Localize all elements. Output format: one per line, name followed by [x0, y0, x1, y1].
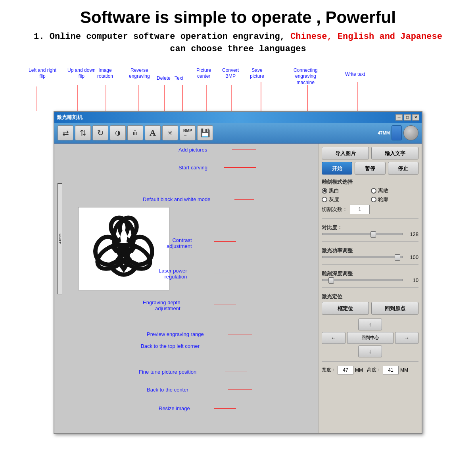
subtitle-line2: can choose three languages	[170, 44, 306, 54]
cut-times-label: 切割次数：	[322, 206, 347, 213]
laser-power-slider-row: 100	[322, 254, 418, 260]
canvas-area: 41mm	[54, 144, 319, 433]
delete-button[interactable]: 🗑	[127, 125, 143, 140]
sep2	[322, 241, 418, 242]
maximize-button[interactable]: □	[404, 114, 411, 121]
ann-delete: Delete	[157, 75, 171, 82]
contrast-label: 对比度：	[322, 224, 418, 231]
canvas-image-box	[78, 207, 169, 290]
nav-middle-row: ← 回到中心 →	[322, 332, 418, 344]
mm2-label: MM	[400, 367, 408, 373]
circle-button[interactable]	[403, 125, 418, 140]
image-rotation-button[interactable]: ↻	[92, 125, 108, 140]
nav-section: ↑ ← 回到中心 → ↓	[322, 319, 418, 357]
convert-bmp-button[interactable]: BMP→	[180, 125, 196, 140]
laser-pos-row: 框定位 回到原点	[322, 302, 418, 315]
ann-save-picture: Save picture	[250, 67, 264, 80]
window-title: 激光雕刻机	[57, 114, 83, 121]
cut-times-input[interactable]	[350, 205, 370, 214]
mode-radio-group: 黑白 离散 灰度 轮廓	[322, 186, 418, 205]
left-right-flip-button[interactable]: ⇄	[58, 125, 73, 140]
nav-left-button[interactable]: ←	[322, 332, 345, 344]
radio-scatter-label: 离散	[378, 187, 388, 194]
height-input[interactable]	[383, 366, 399, 374]
input-text-button[interactable]: 输入文字	[371, 147, 418, 159]
mode-title: 雕刻模式选择	[322, 178, 418, 186]
sep4	[322, 287, 418, 288]
radio-contour-label: 轮廓	[378, 196, 388, 203]
toolbar: ⇄ ⇅ ↻ ◑ 🗑 A ✳ BMP→ 💾 47MM	[54, 123, 422, 144]
ann-up-down-flip: Up and down flip	[67, 67, 96, 80]
width-label: 宽度：	[322, 367, 336, 373]
depth-thumb[interactable]	[328, 277, 334, 284]
size-label: 47MM	[378, 131, 390, 135]
width-input[interactable]	[338, 366, 353, 374]
nav-down-button[interactable]: ↓	[358, 345, 382, 357]
laser-power-label: 激光功率调整	[322, 247, 418, 254]
laser-power-slider[interactable]	[322, 256, 403, 258]
depth-value: 10	[405, 277, 418, 283]
radio-bw-circle	[322, 188, 327, 194]
reverse-engraving-button[interactable]: ◑	[110, 125, 126, 140]
ann-text: Text	[175, 75, 183, 82]
import-picture-button[interactable]: 导入图片	[322, 147, 369, 159]
nav-up-button[interactable]: ↑	[358, 319, 382, 330]
laser-pos-label: 激光定位	[322, 293, 418, 300]
contrast-value: 128	[405, 231, 418, 237]
subtitle: 1. Online computer software operation en…	[12, 31, 464, 56]
cut-times-row: 切割次数：	[322, 205, 418, 214]
contrast-slider[interactable]	[322, 233, 403, 235]
subtitle-line1: 1. Online computer software operation en…	[34, 32, 285, 42]
sep1	[322, 218, 418, 219]
radio-gray[interactable]: 灰度	[322, 196, 369, 203]
sep3	[322, 264, 418, 265]
close-button[interactable]: ✕	[412, 114, 419, 121]
window-controls: ─ □ ✕	[395, 114, 419, 121]
radio-scatter[interactable]: 离散	[371, 187, 418, 194]
laser-power-thumb[interactable]	[395, 254, 400, 261]
software-window: 激光雕刻机 ─ □ ✕ ⇄ ⇅ ↻ ◑ 🗑 A	[54, 111, 422, 434]
radio-bw[interactable]: 黑白	[322, 187, 369, 194]
dimensions-row: 宽度： MM 高度： MM	[322, 366, 418, 374]
nav-right-button[interactable]: →	[395, 332, 419, 344]
pause-button[interactable]: 暂停	[355, 162, 385, 175]
depth-slider[interactable]	[322, 279, 403, 281]
save-picture-button[interactable]: 💾	[197, 125, 213, 140]
ann-left-right-flip: Left and right flip	[29, 67, 56, 80]
laser-power-section: 激光功率调整 100	[322, 246, 418, 260]
return-center-button[interactable]: 回到中心	[347, 332, 393, 344]
radio-gray-label: 灰度	[329, 196, 339, 203]
up-down-flip-button[interactable]: ⇅	[75, 125, 91, 140]
ruler-label: 41mm	[58, 234, 62, 244]
depth-section: 雕刻深度调整 10	[322, 269, 418, 283]
laser-power-value: 100	[405, 254, 418, 260]
ann-reverse-engraving: Reverse engraving	[129, 67, 150, 80]
height-label: 高度：	[367, 367, 381, 373]
text-button[interactable]: A	[145, 125, 161, 140]
right-panel: 导入图片 输入文字 开始 暂停 停止 雕刻模式选择	[319, 144, 422, 433]
import-row: 导入图片 输入文字	[322, 147, 418, 159]
logo-image	[88, 215, 159, 282]
nav-up-row: ↑	[322, 319, 418, 330]
contrast-thumb[interactable]	[370, 231, 376, 238]
titlebar: 激光雕刻机 ─ □ ✕	[54, 112, 422, 123]
radio-scatter-circle	[371, 188, 376, 194]
ann-convert-bmp: Convert BMP	[222, 67, 239, 80]
picture-center-button[interactable]: ✳	[162, 125, 178, 140]
ruler-left: 41mm	[58, 183, 62, 294]
return-origin-button[interactable]: 回到原点	[371, 302, 418, 315]
ann-write-text: Write text	[345, 71, 365, 78]
start-button[interactable]: 开始	[322, 162, 352, 175]
depth-label: 雕刻深度调整	[322, 270, 418, 277]
radio-bw-label: 黑白	[329, 187, 339, 194]
radio-contour[interactable]: 轮廓	[371, 196, 418, 203]
stop-button[interactable]: 停止	[388, 162, 418, 175]
mode-section: 雕刻模式选择 黑白 离散	[322, 177, 418, 214]
ann-picture-center: Picture center	[196, 67, 211, 80]
frame-pos-button[interactable]: 框定位	[322, 302, 369, 315]
nav-down-row: ↓	[322, 345, 418, 357]
main-content: 41mm	[54, 144, 422, 433]
main-title: Software is simple to operate , Powerful	[12, 8, 464, 27]
minimize-button[interactable]: ─	[395, 114, 403, 121]
connect-device-button[interactable]	[392, 125, 402, 140]
